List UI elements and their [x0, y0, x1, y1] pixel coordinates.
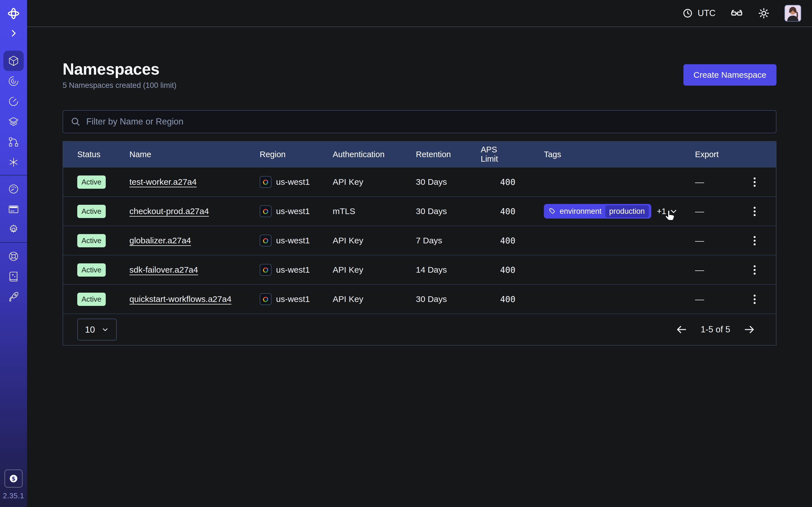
search-icon [70, 117, 81, 127]
arrow-left-icon [675, 323, 688, 336]
status-badge: Active [77, 293, 106, 306]
gcp-cloud-icon [260, 264, 271, 276]
gcp-cloud-icon [260, 235, 271, 246]
dev-mode-button[interactable] [730, 7, 743, 20]
row-actions-button[interactable] [752, 205, 757, 218]
export-value: — [695, 265, 704, 275]
table-row: Active checkout-prod.a27a4 us-west1 [63, 196, 776, 226]
sidebar-item-getting-started[interactable] [3, 287, 24, 307]
export-value: — [695, 177, 704, 187]
namespace-link[interactable]: globalizer.a27a4 [130, 236, 191, 245]
chevron-down-icon [101, 326, 109, 334]
column-header-region: Region [260, 150, 333, 159]
credit-card-icon [8, 203, 19, 215]
clock-icon [682, 8, 693, 18]
tag-badge[interactable]: environment production [544, 204, 651, 219]
branch-icon [8, 136, 19, 148]
table-row: Active globalizer.a27a4 us-west1 [63, 226, 776, 255]
tags-expand-button[interactable] [669, 207, 678, 216]
timer-icon [8, 96, 19, 107]
auth-label: API Key [333, 177, 416, 187]
table-header-row: Status Name Region Authentication Retent… [63, 142, 776, 167]
svg-text:$: $ [11, 475, 15, 482]
column-header-tags: Tags [515, 150, 695, 159]
status-badge: Active [77, 205, 106, 218]
sidebar-item-deployments[interactable] [3, 112, 24, 132]
sidebar-item-billing[interactable] [3, 199, 24, 219]
gauge-icon [8, 183, 19, 195]
gcp-cloud-icon [260, 176, 271, 188]
region-label: us-west1 [276, 294, 310, 304]
avatar-photo [785, 5, 801, 21]
sidebar-item-support[interactable] [3, 246, 24, 267]
export-value: — [695, 294, 704, 304]
glasses-icon [730, 7, 743, 20]
arrow-right-icon [743, 323, 756, 336]
namespace-link[interactable]: test-worker.a27a4 [130, 177, 197, 186]
column-header-status: Status [63, 150, 130, 159]
page-size-select[interactable]: 10 [77, 319, 117, 341]
aps-limit-value: 400 [481, 207, 515, 216]
auth-label: mTLS [333, 207, 416, 216]
namespace-link[interactable]: quickstart-workflows.a27a4 [130, 294, 232, 304]
row-actions-button[interactable] [752, 293, 757, 305]
user-avatar[interactable] [784, 5, 801, 22]
auth-label: API Key [333, 294, 416, 304]
main-content: Namespaces 5 Namespaces created (100 lim… [27, 27, 812, 507]
sidebar-item-task-queues[interactable] [3, 132, 24, 152]
namespace-link[interactable]: checkout-prod.a27a4 [130, 207, 209, 216]
page-subtitle: 5 Namespaces created (100 limit) [63, 81, 176, 90]
filter-input[interactable] [86, 117, 769, 127]
column-header-aps-limit: APS Limit [481, 145, 515, 164]
content-column: UTC [27, 0, 812, 507]
sun-icon [758, 7, 770, 19]
book-sparkle-icon [8, 271, 19, 283]
sidebar-item-nexus[interactable] [3, 152, 24, 172]
sidebar-footer: $ 2.35.1 [0, 469, 27, 500]
cube-icon [8, 55, 19, 67]
export-value: — [695, 235, 704, 246]
sidebar-expand-button[interactable] [7, 27, 20, 40]
sidebar-item-settings[interactable] [3, 219, 24, 240]
row-actions-button[interactable] [752, 234, 757, 247]
region-label: us-west1 [276, 177, 310, 187]
aps-limit-value: 400 [481, 177, 515, 187]
tags-cell: environment production +1 [515, 204, 695, 219]
credits-button[interactable]: $ [4, 469, 22, 488]
rocket-icon [8, 291, 19, 303]
asterisk-icon [8, 156, 19, 168]
sidebar-item-usage[interactable] [3, 179, 24, 199]
theme-toggle-button[interactable] [758, 7, 770, 19]
row-actions-button[interactable] [752, 176, 757, 188]
column-header-authentication: Authentication [333, 150, 416, 159]
gear-icon [8, 224, 19, 235]
column-header-export: Export [695, 150, 777, 159]
retention-label: 30 Days [416, 177, 481, 187]
sidebar-item-namespaces[interactable] [3, 51, 24, 71]
page-size-value: 10 [85, 325, 95, 335]
column-header-name: Name [130, 150, 260, 159]
namespace-link[interactable]: sdk-failover.a27a4 [130, 265, 198, 274]
previous-page-button[interactable] [675, 323, 688, 336]
next-page-button[interactable] [743, 323, 756, 336]
region-label: us-west1 [276, 207, 310, 216]
table-row: Active test-worker.a27a4 us-west1 [63, 167, 776, 196]
sidebar-item-schedules[interactable] [3, 91, 24, 112]
table-footer: 10 1-5 of 5 [63, 314, 776, 345]
sidebar-item-workflows[interactable] [3, 71, 24, 91]
temporal-logo-icon [7, 7, 20, 20]
sidebar-divider [0, 242, 27, 243]
table-row: Active quickstart-workflows.a27a4 us-wes… [63, 284, 776, 314]
layers-icon [8, 116, 19, 128]
dollar-badge-icon: $ [8, 473, 19, 484]
timezone-selector[interactable]: UTC [682, 8, 716, 18]
create-namespace-button[interactable]: Create Namespace [683, 64, 776, 86]
table-row: Active sdk-failover.a27a4 us-west1 [63, 255, 776, 284]
app-root: $ 2.35.1 UTC [0, 0, 812, 507]
sidebar-item-docs[interactable] [3, 267, 24, 287]
page-title: Namespaces [63, 60, 176, 78]
auth-label: API Key [333, 236, 416, 245]
row-actions-button[interactable] [752, 264, 757, 276]
chevron-down-icon [669, 207, 678, 216]
tag-key: environment [560, 207, 602, 216]
